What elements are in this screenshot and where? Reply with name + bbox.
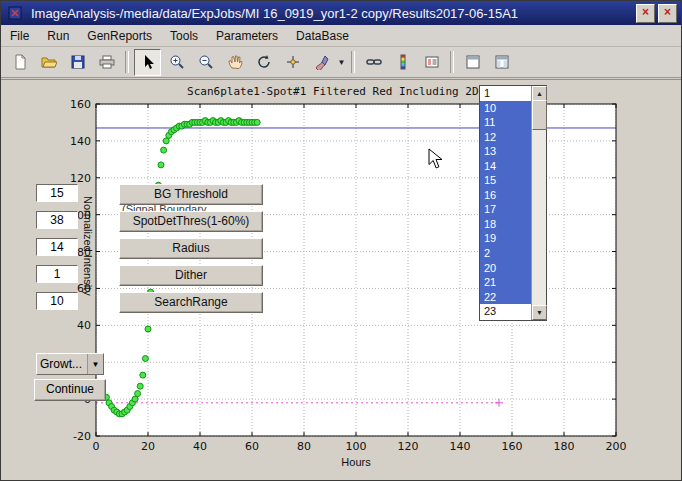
spotdetthres-1-60--button[interactable]: SpotDetThres(1-60%): [119, 211, 263, 232]
window-title: ImageAnalysis-/media/data/ExpJobs/MI 16_…: [31, 6, 636, 21]
toolbar-separator: [125, 51, 129, 73]
scrollbar-thumb[interactable]: [532, 100, 547, 130]
brush-button[interactable]: [308, 49, 335, 76]
zoom-in-button[interactable]: [163, 49, 190, 76]
insert-legend-button[interactable]: [418, 49, 445, 76]
growth-mode-value: Growt...: [37, 357, 87, 371]
y-axis-label: Normalized Intensity: [82, 196, 94, 366]
title-bar[interactable]: ImageAnalysis-/media/data/ExpJobs/MI 16_…: [1, 1, 681, 25]
bg-threshold-field[interactable]: [36, 184, 78, 202]
spot-list-item[interactable]: 20: [480, 261, 532, 276]
spot-list-item[interactable]: 23: [480, 304, 532, 319]
spot-list-item[interactable]: 2: [480, 246, 532, 261]
searchrange-button[interactable]: SearchRange: [119, 292, 263, 313]
link-plot-icon: [366, 54, 382, 70]
spot-list-item[interactable]: 1: [480, 86, 532, 101]
toolbar-separator: [351, 51, 355, 73]
zoom-out-icon: [198, 54, 214, 70]
brush-icon: [314, 54, 330, 70]
spot-list-item[interactable]: 17: [480, 202, 532, 217]
spot-number-list: 110111213141516171819220212223 ▲ ▼: [479, 85, 547, 321]
dither-field[interactable]: [36, 265, 78, 283]
spot-list-item[interactable]: 21: [480, 275, 532, 290]
pan-hand-button[interactable]: [221, 49, 248, 76]
window-maximize-button[interactable]: ×: [636, 4, 655, 23]
menu-bar: FileRunGenReportsToolsParametersDataBase: [1, 25, 681, 47]
save-icon: [70, 54, 86, 70]
link-plot-button[interactable]: [360, 49, 387, 76]
pointer-button[interactable]: [134, 49, 161, 76]
spot-list-item[interactable]: 12: [480, 130, 532, 145]
window-menu-icon[interactable]: [7, 5, 23, 21]
rotate-3d-button[interactable]: [250, 49, 277, 76]
spot-list-item[interactable]: 16: [480, 188, 532, 203]
hide-plot-tools-icon: [465, 54, 481, 70]
x-axis-label: Hours: [96, 456, 616, 468]
dither-button[interactable]: Dither: [119, 265, 263, 286]
list-scrollbar[interactable]: ▲ ▼: [531, 86, 546, 320]
show-plot-tools-icon: [494, 54, 510, 70]
spot-list-item[interactable]: 22: [480, 290, 532, 305]
insert-legend-icon: [424, 54, 440, 70]
window-close-button[interactable]: ×: [658, 4, 677, 23]
print-icon: [99, 54, 115, 70]
growth-mode-dropdown[interactable]: Growt... ▼: [36, 353, 104, 375]
spot-list-item[interactable]: 14: [480, 159, 532, 174]
menu-tools[interactable]: Tools: [161, 26, 207, 46]
new-file-button[interactable]: [6, 49, 33, 76]
app-window: ImageAnalysis-/media/data/ExpJobs/MI 16_…: [0, 0, 682, 481]
zoom-out-button[interactable]: [192, 49, 219, 76]
data-cursor-icon: [285, 54, 301, 70]
menu-file[interactable]: File: [1, 26, 38, 46]
spot-list-item[interactable]: 13: [480, 144, 532, 159]
mouse-cursor: [428, 148, 444, 174]
hide-plot-tools-button[interactable]: [459, 49, 486, 76]
insert-colorbar-button[interactable]: [389, 49, 416, 76]
toolbar: ▼: [1, 47, 681, 78]
radius-field[interactable]: [36, 238, 78, 256]
menu-parameters[interactable]: Parameters: [207, 26, 287, 46]
spot-list-item[interactable]: 18: [480, 217, 532, 232]
open-folder-button[interactable]: [35, 49, 62, 76]
scroll-up-icon[interactable]: ▲: [532, 86, 547, 101]
pointer-icon: [140, 54, 156, 70]
spotdetthres-1-60--field[interactable]: [36, 211, 78, 229]
data-cursor-button[interactable]: [279, 49, 306, 76]
figure-canvas: [1, 79, 681, 481]
pan-hand-icon: [227, 54, 243, 70]
continue-button[interactable]: Continue: [34, 379, 106, 401]
open-folder-icon: [41, 54, 57, 70]
spot-list-item[interactable]: 11: [480, 115, 532, 130]
menu-database[interactable]: DataBase: [287, 26, 358, 46]
brush-menu-arrow-icon[interactable]: ▼: [336, 50, 347, 75]
spot-list-item[interactable]: 10: [480, 101, 532, 116]
toolbar-separator: [450, 51, 454, 73]
zoom-in-icon: [169, 54, 185, 70]
chevron-down-icon[interactable]: ▼: [87, 354, 103, 374]
menu-run[interactable]: Run: [38, 26, 78, 46]
radius-button[interactable]: Radius: [119, 238, 263, 259]
print-button[interactable]: [93, 49, 120, 76]
scroll-down-icon[interactable]: ▼: [532, 305, 547, 320]
searchrange-field[interactable]: [36, 292, 78, 310]
new-file-icon: [12, 54, 28, 70]
menu-genreports[interactable]: GenReports: [78, 26, 161, 46]
spot-list-item[interactable]: 19: [480, 231, 532, 246]
show-plot-tools-button[interactable]: [488, 49, 515, 76]
insert-colorbar-icon: [395, 54, 411, 70]
save-button[interactable]: [64, 49, 91, 76]
bg-threshold-button[interactable]: BG Threshold: [119, 184, 263, 205]
rotate-3d-icon: [256, 54, 272, 70]
spot-list-item[interactable]: 15: [480, 173, 532, 188]
